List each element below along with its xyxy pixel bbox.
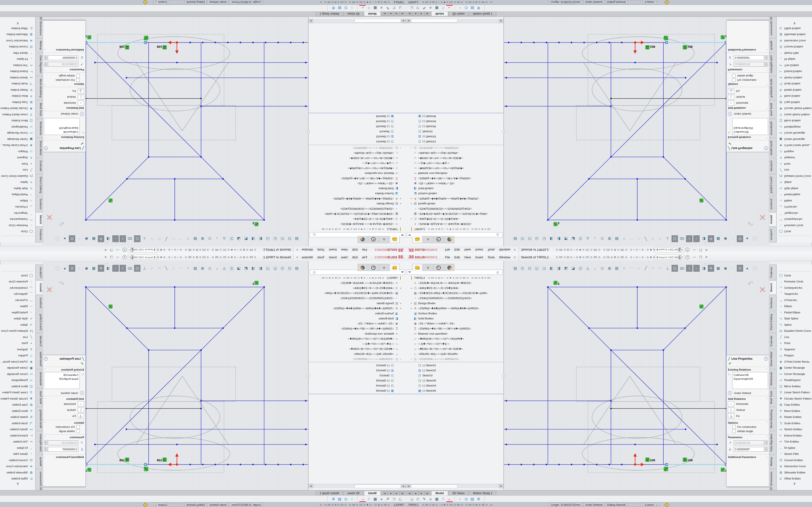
bottom-toolbar-icon[interactable]: ✎ (421, 5, 427, 11)
view-toolbar-icon[interactable]: ⊥ (664, 235, 671, 242)
tree-root[interactable]: TЯPDL2. ⊙ ЗЄ ⊙ Ш ⊙ ∘ ⊙ ✚ ⊙ ƆC ⊙ ЗЄ ⊙ ∙ ⊙… (406, 227, 503, 232)
toolbar-grip[interactable]: ⁞ (405, 498, 405, 500)
view-toolbar-icon[interactable]: ● (744, 265, 750, 272)
ghost-window-icon[interactable]: ✕ (709, 263, 711, 266)
menu-item[interactable]: Insert (327, 256, 339, 259)
command-tab[interactable]: Sketch (36, 213, 43, 226)
relation-button-icon[interactable]: ─ (78, 401, 84, 406)
undo-icon[interactable]: ↶ (58, 219, 64, 227)
tree-sketch-item[interactable]: ▦ (-) Sketch6 (309, 114, 406, 119)
tool-item[interactable]: ◡ 3 Point Arc (777, 204, 812, 210)
tree-item[interactable]: ∟ ○ИNo9G∘Ж◎○∘○◎Ж∘9GoИN○ (309, 151, 406, 156)
section-existing-relations[interactable]: Existing Relations ⌃ (43, 135, 86, 140)
tool-item[interactable]: ⌒ Tangent Arc (0, 291, 35, 297)
tool-item[interactable]: ◟ Fit Spline (777, 445, 812, 451)
tree-item[interactable]: ◧ Solid Bodies (309, 316, 406, 321)
add-relation-row[interactable]: │ Vertical (726, 94, 769, 100)
bottom-toolbar-icon[interactable]: ≡ (378, 5, 385, 11)
tree-item[interactable]: ◪ Surface Bodies (406, 191, 503, 196)
section-options[interactable]: Options ⌃ (726, 420, 769, 425)
menu-item[interactable]: View (462, 256, 473, 259)
bottom-toolbar-icon[interactable]: ▤ (469, 496, 475, 502)
view-toolbar-icon[interactable]: ◩ (243, 235, 249, 242)
quick-tip-icon[interactable] (143, 502, 148, 507)
help-icon[interactable]: ? (686, 255, 690, 259)
expand-arrow[interactable]: ▸ (410, 203, 413, 205)
ok-check-icon[interactable]: ✔ (43, 361, 86, 367)
bottom-toolbar-icon[interactable]: ▤ (337, 5, 343, 11)
tool-item[interactable]: ◔ Partial Ellipse (0, 309, 35, 316)
view-toolbar-icon[interactable]: ▨ (192, 235, 198, 242)
expand-arrow[interactable]: ▸ (399, 302, 402, 304)
view-toolbar-icon[interactable]: ◪ (236, 265, 242, 272)
tree-item[interactable]: ★ ○2S3Є✚∘Ж◎ΛA Φ○∘○ ΦAΛ◎Ж∘✚3Є2S○ (406, 280, 503, 285)
expand-arrow[interactable]: ▸ (410, 198, 413, 200)
bottom-toolbar-icon[interactable]: ▦ (372, 5, 378, 11)
tree-item[interactable]: ▸ ▤ ○2S3ЄИNA∩+○∘○+∩AИN3Є2S○ (309, 356, 406, 361)
panel-collapse-handle[interactable] (496, 271, 499, 274)
sketch-vertices[interactable] (506, 42, 727, 221)
tree-item[interactable]: Σ ○2SИN◎∘✚A∩ª3Є○∘○3Єª∩A✚∘◎ИN2S○ (309, 176, 406, 181)
tool-item[interactable]: # Segment (777, 346, 812, 352)
command-tab[interactable]: Direct Editing (769, 312, 776, 333)
spinner-control[interactable]: ▲▼ (765, 62, 768, 67)
tool-item[interactable]: ◇ Polygon (777, 352, 812, 359)
menu-item[interactable]: View (339, 256, 350, 259)
propertymanager-tab[interactable]: ⋔ (379, 264, 389, 271)
add-relation-row[interactable]: │ Vertical (43, 94, 86, 100)
command-tab[interactable]: Features (36, 264, 43, 280)
bottom-toolbar-icon[interactable]: ▤ (469, 5, 475, 11)
option-row[interactable]: Infinite length (726, 74, 769, 78)
document-tab[interactable]: Motion Study 1 (469, 11, 496, 16)
checkbox[interactable] (77, 74, 80, 77)
restore-button[interactable]: ❐ (110, 248, 113, 251)
propertymanager-tab[interactable]: ⋔ (423, 236, 433, 243)
view-toolbar-icon[interactable]: ╱ (163, 235, 169, 242)
tool-item[interactable]: ∿ Style Spline (0, 316, 35, 322)
featuremanager-tab[interactable] (390, 236, 400, 243)
tool-item[interactable]: ⊏ Offset Entities (777, 475, 812, 482)
tree-item[interactable]: ▸ ◷ ○ѦЖ◎✚2S∘Є○∘○Є∘2S✚◎ЖѦ○ (309, 217, 406, 222)
document-tab[interactable]: Model (432, 491, 448, 496)
tool-item[interactable]: ◔ Partial Ellipse (0, 192, 35, 198)
tool-item[interactable]: ◇ Polygon (777, 149, 812, 155)
bottom-toolbar-icon[interactable]: ≡ (427, 5, 434, 11)
chevron-up-icon[interactable]: ⌃ (766, 421, 768, 424)
bottom-toolbar-icon[interactable]: ⇅ (440, 5, 446, 11)
tool-item[interactable]: ◫ Mirror Entities (0, 118, 35, 124)
view-toolbar-icon[interactable]: ▨ (614, 235, 620, 242)
command-tab[interactable]: Surfaces (769, 295, 776, 311)
tool-item[interactable]: ⊞ Copy Entities (0, 99, 35, 106)
section-options[interactable]: Options ⌃ (726, 82, 769, 87)
view-toolbar-icon[interactable]: ◰ (526, 265, 533, 272)
tool-item[interactable]: ↦ Stretch Entities (0, 74, 35, 81)
horizontal-scrollbar[interactable]: ◀ ▶ (406, 484, 503, 488)
document-tab[interactable]: 3D Views (448, 11, 469, 16)
tree-item[interactable]: ◧ Solid Bodies (406, 316, 503, 321)
section-parameters[interactable]: Parameters ⌃ (726, 434, 769, 439)
tool-item[interactable]: # Segment (0, 346, 35, 352)
sketch-geometry[interactable] (504, 43, 726, 220)
command-tab[interactable]: Surfaces (36, 196, 43, 212)
spin-up-icon[interactable]: ▲ (44, 58, 47, 60)
tree-item[interactable]: ▦ ○2S✚3Є2S○ИN◎∘✚ƆC3ЄU2S○∘○2SU3ЄƆC✚∘◎ИN○ (406, 212, 503, 217)
view-toolbar-icon[interactable]: ◨ (250, 235, 256, 242)
tool-item[interactable]: ∿ Spline (0, 322, 35, 328)
spin-up-icon[interactable]: ▲ (44, 440, 47, 443)
sketch-vertices[interactable] (506, 286, 727, 465)
tool-item[interactable]: ❖ Circular Sketch Pattern (777, 106, 812, 112)
expand-arrow[interactable]: ▸ (410, 287, 413, 289)
tool-item[interactable]: ↻ Rotate Entities (0, 87, 35, 93)
scrollbar-thumb[interactable] (411, 485, 457, 488)
tree-item[interactable]: ▸ A ○2SИN◎∘✚A✚◎ИNA○∘○AИN◎✚A✚∘◎ИN2S○ (309, 196, 406, 201)
toolbar-grip[interactable]: ⁞ (405, 7, 405, 9)
tool-item[interactable]: ❖ Circular Sketch Pattern (0, 395, 35, 402)
chevron-up-icon[interactable]: ⌃ (44, 107, 46, 109)
command-tab[interactable]: Mold Tools (769, 101, 776, 119)
section-add-relations[interactable]: Add Relations ⌃ (726, 106, 769, 111)
tree-item[interactable]: ◉ ○2S·∩*ЖAm○∘○mAЖ*∩·2S○ (309, 321, 406, 326)
bottom-toolbar-icon[interactable]: ◩ (415, 496, 421, 502)
tool-item[interactable]: ↦ Stretch Entities (0, 427, 35, 433)
view-toolbar-icon[interactable]: ◩ (243, 265, 249, 272)
help-icon[interactable]: ? (764, 357, 768, 361)
